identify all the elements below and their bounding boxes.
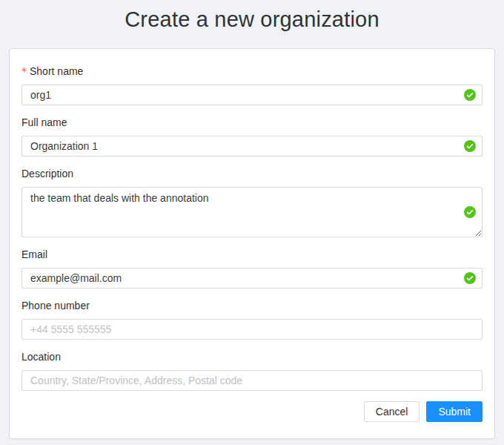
short-name-field: *Short name: [21, 64, 483, 105]
phone-number-field: Phone number: [21, 298, 483, 340]
full-name-field: Full name: [21, 115, 483, 156]
short-name-input[interactable]: [21, 85, 483, 105]
short-name-label: *Short name: [21, 64, 483, 79]
page-title: Create a new organization: [0, 0, 504, 33]
location-label: Location: [21, 349, 483, 364]
email-label: Email: [21, 247, 483, 262]
description-label: Description: [21, 166, 483, 181]
phone-number-input[interactable]: [21, 319, 483, 340]
full-name-input[interactable]: [21, 136, 483, 156]
submit-button[interactable]: Submit: [426, 401, 483, 422]
full-name-label: Full name: [21, 115, 483, 130]
email-input[interactable]: [21, 268, 483, 289]
description-field: Description the team that deals with the…: [21, 166, 483, 237]
short-name-label-text: Short name: [30, 65, 83, 77]
location-field: Location: [21, 349, 483, 391]
location-input[interactable]: [21, 370, 483, 391]
required-asterisk: *: [21, 65, 27, 77]
email-field: Email: [21, 247, 483, 289]
form-actions: Cancel Submit: [21, 401, 483, 422]
description-textarea[interactable]: the team that deals with the annotation: [21, 187, 483, 237]
create-organization-form-card: *Short name Full name Description the te…: [9, 48, 495, 439]
cancel-button[interactable]: Cancel: [364, 401, 420, 422]
phone-number-label: Phone number: [21, 298, 483, 313]
